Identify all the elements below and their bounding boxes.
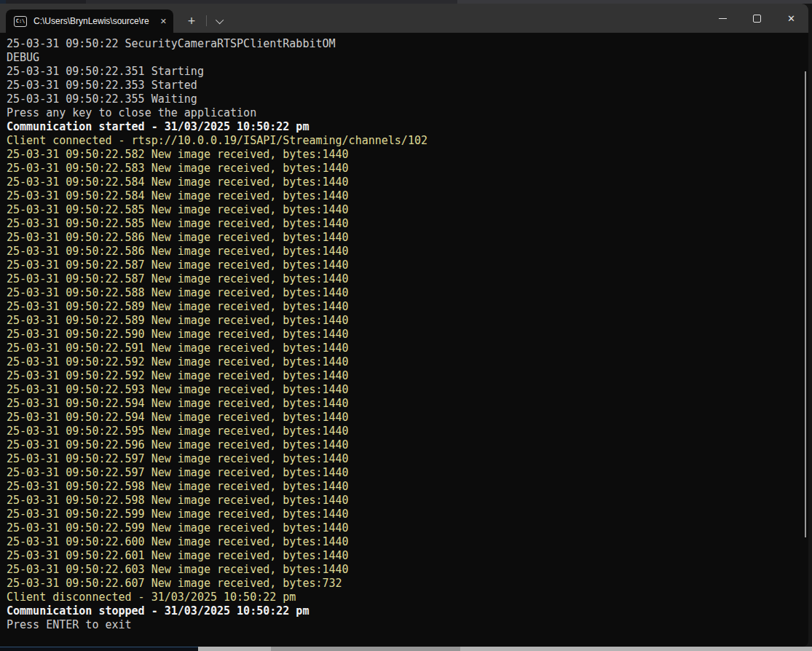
titlebar-separator xyxy=(206,15,207,26)
log-line: Press ENTER to exit xyxy=(7,618,808,632)
terminal-output: 25-03-31 09:50:22 SecurityCameraRTSPClie… xyxy=(7,37,808,632)
log-line: 25-03-31 09:50:22.592 New image received… xyxy=(7,369,808,383)
log-line: 25-03-31 09:50:22.585 New image received… xyxy=(7,217,808,231)
log-line: 25-03-31 09:50:22.596 New image received… xyxy=(7,438,808,452)
window-controls: ✕ xyxy=(706,4,808,33)
minimize-button[interactable] xyxy=(706,4,740,33)
log-line: 25-03-31 09:50:22.598 New image received… xyxy=(7,494,808,508)
log-line: 25-03-31 09:50:22.594 New image received… xyxy=(7,411,808,425)
background-fragment xyxy=(460,647,812,651)
log-line: Press any key to close the application xyxy=(7,106,808,120)
minimize-icon xyxy=(719,18,727,19)
log-line: 25-03-31 09:50:22.593 New image received… xyxy=(7,383,808,397)
titlebar[interactable]: C:\ C:\Users\BrynLewis\source\re ✕ + xyxy=(0,4,808,33)
maximize-icon xyxy=(753,15,761,23)
command-prompt-icon: C:\ xyxy=(14,16,27,27)
log-line: 25-03-31 09:50:22.597 New image received… xyxy=(7,466,808,480)
log-line: 25-03-31 09:50:22.590 New image received… xyxy=(7,328,808,342)
log-line: 25-03-31 09:50:22.583 New image received… xyxy=(7,162,808,175)
log-line: 25-03-31 09:50:22.586 New image received… xyxy=(7,245,808,259)
background-window-bottom-edge xyxy=(0,647,812,651)
tab-close-icon[interactable]: ✕ xyxy=(160,17,167,26)
log-line: 25-03-31 09:50:22.599 New image received… xyxy=(7,508,808,521)
maximize-button[interactable] xyxy=(740,4,774,33)
plus-icon: + xyxy=(188,15,196,28)
log-line: Client connected - rtsp://10.0.0.19/ISAP… xyxy=(7,134,808,148)
log-line: 25-03-31 09:50:22.588 New image received… xyxy=(7,286,808,300)
tab-active[interactable]: C:\ C:\Users\BrynLewis\source\re ✕ xyxy=(6,9,173,33)
log-line: Communication started - 31/03/2025 10:50… xyxy=(7,120,808,134)
log-line: 25-03-31 09:50:22.603 New image received… xyxy=(7,563,808,577)
close-button[interactable]: ✕ xyxy=(774,4,808,33)
log-line: 25-03-31 09:50:22.589 New image received… xyxy=(7,300,808,314)
titlebar-drag-region[interactable] xyxy=(231,4,706,33)
log-line: DEBUG xyxy=(7,51,808,65)
tab-dropdown-button[interactable] xyxy=(210,9,231,33)
terminal-viewport[interactable]: 25-03-31 09:50:22 SecurityCameraRTSPClie… xyxy=(0,33,808,647)
new-tab-button[interactable]: + xyxy=(181,9,202,33)
log-line: 25-03-31 09:50:22.587 New image received… xyxy=(7,259,808,272)
log-line: 25-03-31 09:50:22.585 New image received… xyxy=(7,203,808,217)
log-line: 25-03-31 09:50:22.589 New image received… xyxy=(7,314,808,328)
log-line: 25-03-31 09:50:22.584 New image received… xyxy=(7,189,808,203)
terminal-window: C:\ C:\Users\BrynLewis\source\re ✕ + xyxy=(0,4,808,647)
log-line: 25-03-31 09:50:22.597 New image received… xyxy=(7,452,808,466)
log-line: Communication stopped - 31/03/2025 10:50… xyxy=(7,604,808,618)
log-line: 25-03-31 09:50:22.592 New image received… xyxy=(7,355,808,369)
background-fragment xyxy=(0,647,198,651)
log-line: 25-03-31 09:50:22.351 Starting xyxy=(7,65,808,79)
log-line: 25-03-31 09:50:22.598 New image received… xyxy=(7,480,808,494)
log-line: 25-03-31 09:50:22.600 New image received… xyxy=(7,535,808,549)
log-line: 25-03-31 09:50:22.586 New image received… xyxy=(7,231,808,245)
log-line: 25-03-31 09:50:22.587 New image received… xyxy=(7,272,808,286)
log-line: 25-03-31 09:50:22.599 New image received… xyxy=(7,521,808,535)
log-line: 25-03-31 09:50:22 SecurityCameraRTSPClie… xyxy=(7,37,808,51)
log-line: 25-03-31 09:50:22.594 New image received… xyxy=(7,397,808,411)
log-line: 25-03-31 09:50:22.582 New image received… xyxy=(7,148,808,162)
log-line: 25-03-31 09:50:22.584 New image received… xyxy=(7,175,808,189)
log-line: 25-03-31 09:50:22.595 New image received… xyxy=(7,425,808,438)
screen: C:\ C:\Users\BrynLewis\source\re ✕ + xyxy=(0,0,812,651)
log-line: 25-03-31 09:50:22.601 New image received… xyxy=(7,549,808,563)
log-line: 25-03-31 09:50:22.353 Started xyxy=(7,79,808,92)
background-fragment xyxy=(198,647,271,651)
log-line: Client disconnected - 31/03/2025 10:50:2… xyxy=(7,591,808,604)
tab-title: C:\Users\BrynLewis\source\re xyxy=(33,16,154,26)
log-line: 25-03-31 09:50:22.607 New image received… xyxy=(7,577,808,591)
log-line: 25-03-31 09:50:22.591 New image received… xyxy=(7,342,808,355)
close-icon: ✕ xyxy=(787,14,795,23)
chevron-down-icon xyxy=(216,16,224,24)
scrollbar-thumb[interactable] xyxy=(805,71,806,537)
log-line: 25-03-31 09:50:22.355 Waiting xyxy=(7,92,808,106)
background-fragment xyxy=(271,647,460,651)
